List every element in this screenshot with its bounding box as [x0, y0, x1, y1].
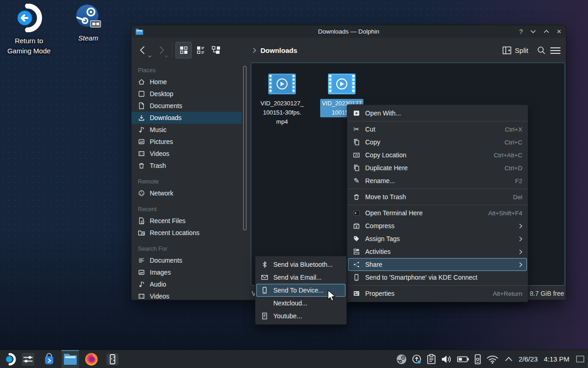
sidebar-item-videos[interactable]: Videos: [131, 148, 242, 160]
discover-icon: [42, 352, 56, 366]
toolbar: Downloads Split: [131, 38, 566, 63]
close-button[interactable]: ×: [557, 29, 561, 35]
desktop-icon-return-to-gaming-mode[interactable]: Return to Gaming Mode: [0, 4, 59, 56]
menu-item-activities[interactable]: Activities: [347, 245, 528, 258]
menu-item-copy-location[interactable]: Copy Location Ctrl+Alt+C: [347, 149, 528, 161]
tree-view-button[interactable]: [208, 42, 224, 58]
menu-item-share[interactable]: Share: [348, 258, 527, 271]
wifi-icon[interactable]: [486, 354, 499, 365]
sidebar-item-pictures[interactable]: Pictures: [131, 136, 242, 148]
breadcrumb-folder[interactable]: Downloads: [260, 46, 297, 54]
share-icon: [353, 261, 360, 268]
sidebar-item-search-videos[interactable]: Videos: [131, 290, 242, 300]
video-file-icon: [328, 73, 356, 95]
hamburger-menu-icon[interactable]: [550, 47, 560, 54]
sidebar-item-network[interactable]: Network: [131, 187, 242, 199]
sidebar-item-recent-files[interactable]: Recent Files: [131, 215, 242, 227]
menu-item-copy[interactable]: Copy Ctrl+C: [347, 136, 528, 149]
icons-view-button[interactable]: [175, 42, 192, 58]
app-launcher-button[interactable]: [2, 350, 19, 368]
volume-icon[interactable]: [441, 354, 452, 365]
menu-item-duplicate-here[interactable]: Duplicate Here Ctrl+D: [347, 161, 528, 174]
titlebar[interactable]: Downloads — Dolphin ? ×: [131, 25, 566, 38]
icons-view-icon: [179, 46, 188, 55]
minimize-button[interactable]: [530, 29, 536, 34]
menu-item-rename[interactable]: ✎ Rename... F2: [347, 174, 528, 187]
sidebar-item-trash[interactable]: Trash: [131, 160, 242, 172]
section-header-search-for: Search For: [131, 239, 250, 254]
system-settings-button[interactable]: [19, 350, 37, 368]
sidebar-scrollbar[interactable]: [243, 66, 247, 230]
expand-tray-chevron-icon[interactable]: [505, 356, 513, 362]
sidebar-item-recent-locations[interactable]: Recent Locations: [131, 227, 242, 239]
steam-tray-icon[interactable]: [396, 354, 407, 365]
menu-item-compress[interactable]: Compress: [347, 219, 528, 232]
menu-separator: [347, 189, 528, 189]
date-label[interactable]: 2/6/23: [519, 355, 538, 363]
bluetooth-icon: [261, 261, 268, 268]
discover-button[interactable]: [40, 350, 58, 368]
split-button[interactable]: Split: [500, 42, 531, 58]
film-icon: [138, 150, 145, 157]
desktop-icon-steam[interactable]: Steam: [58, 4, 118, 43]
sidebar-item-search-audio[interactable]: Audio: [131, 278, 242, 290]
menu-item-assign-tags[interactable]: Assign Tags: [347, 232, 528, 245]
maximize-button[interactable]: [543, 29, 549, 34]
updates-icon[interactable]: [411, 354, 422, 365]
show-desktop-button[interactable]: [574, 350, 586, 368]
firefox-button[interactable]: [83, 350, 100, 368]
sidebar-item-music[interactable]: Music: [131, 124, 242, 136]
menu-item-properties[interactable]: Properties Alt+Return: [347, 287, 528, 300]
scissors-icon: ✂: [353, 126, 360, 133]
clipboard-icon[interactable]: [426, 354, 436, 365]
details-view-button[interactable]: [192, 42, 209, 58]
desktop-icon-label: Gaming Mode: [0, 46, 59, 56]
section-header-recent: Recent: [131, 199, 250, 215]
submenu-arrow-icon: [519, 262, 522, 267]
file-video-1[interactable]: VID_20230127_ 100151-30fps. mp4: [253, 73, 311, 126]
sidebar-item-documents[interactable]: Documents: [131, 100, 242, 112]
menu-item-send-to-smartphone[interactable]: Send to 'Smartphone' via KDE Connect: [347, 271, 528, 284]
submenu-arrow-icon: [519, 224, 522, 229]
phone-tray-icon[interactable]: [474, 354, 482, 365]
section-header-remote: Remote: [131, 172, 250, 187]
trash-icon: [138, 162, 145, 169]
menu-item-open-with[interactable]: Open With...: [347, 107, 528, 120]
open-with-icon: [353, 109, 360, 117]
kde-connect-button[interactable]: [104, 350, 121, 368]
back-button[interactable]: [137, 42, 153, 58]
submenu-item-youtube[interactable]: Youtube...: [255, 310, 346, 322]
network-icon: [138, 190, 145, 197]
search-icon[interactable]: [537, 46, 546, 55]
help-button[interactable]: ?: [519, 29, 523, 35]
tag-icon: [353, 235, 360, 242]
sidebar-item-downloads[interactable]: Downloads: [131, 112, 242, 124]
activities-icon: [353, 248, 360, 255]
dolphin-task-button[interactable]: [62, 350, 79, 368]
show-desktop-icon: [576, 356, 584, 362]
sidebar-item-home[interactable]: Home: [131, 76, 242, 88]
menu-item-open-terminal-here[interactable]: Open Terminal Here Alt+Shift+F4: [347, 207, 528, 219]
menu-item-move-to-trash[interactable]: Move to Trash Del: [347, 190, 528, 203]
back-history-caret-icon: [148, 55, 152, 58]
submenu-item-send-via-email[interactable]: Send via Email...: [255, 271, 346, 284]
battery-icon[interactable]: [457, 354, 469, 365]
sidebar-item-search-documents[interactable]: Documents: [131, 254, 242, 266]
time-label[interactable]: 4:13 PM: [544, 355, 570, 363]
email-icon: [261, 274, 268, 281]
sidebar-item-desktop[interactable]: Desktop: [131, 88, 242, 100]
breadcrumb[interactable]: Downloads: [253, 38, 297, 63]
menu-item-cut[interactable]: ✂ Cut Ctrl+X: [347, 123, 528, 136]
smartphone-icon: [353, 274, 360, 281]
document-icon: [261, 312, 268, 320]
text-lines-icon: [138, 257, 145, 264]
sidebar-item-search-images[interactable]: Images: [131, 266, 242, 278]
video-file-icon: [268, 73, 296, 95]
dolphin-icon: [63, 353, 77, 365]
split-button-label: Split: [515, 46, 528, 54]
forward-button[interactable]: [153, 42, 169, 58]
system-tray: 2/6/23 4:13 PM: [396, 350, 572, 368]
menu-separator: [347, 121, 528, 121]
submenu-item-send-via-bluetooth[interactable]: Send via Bluetooth...: [255, 258, 346, 271]
free-space-label: 8.7 GiB free: [530, 290, 564, 297]
